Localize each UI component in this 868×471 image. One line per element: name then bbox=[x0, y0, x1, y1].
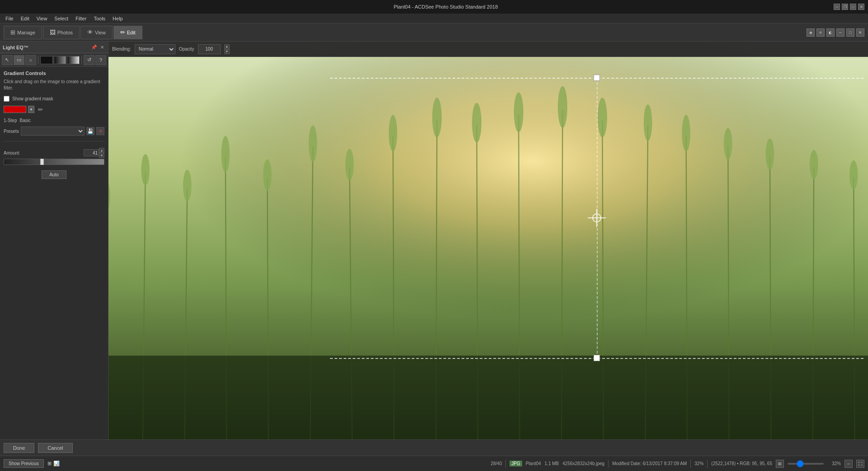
amount-row: Amount ▲ ▼ bbox=[4, 146, 104, 167]
presets-select[interactable] bbox=[21, 127, 85, 136]
close-button[interactable]: ✕ bbox=[858, 4, 864, 10]
preset-save-button[interactable]: 💾 bbox=[86, 127, 94, 135]
svg-point-28 bbox=[345, 149, 354, 180]
panel-content: Gradient Controls Click and drag on the … bbox=[0, 67, 108, 439]
svg-point-36 bbox=[682, 115, 690, 151]
color-swatch-white[interactable] bbox=[67, 56, 80, 64]
color-swatch-dropdown[interactable]: ▼ bbox=[28, 106, 34, 113]
panel-close-button[interactable]: ✕ bbox=[99, 44, 105, 51]
opacity-down-arrow[interactable]: ▼ bbox=[224, 49, 230, 54]
zoom-value-label: 32% bbox=[827, 461, 841, 466]
opacity-input[interactable] bbox=[198, 44, 221, 54]
panel-titlebar: Light EQ™ 📌 ✕ bbox=[0, 42, 108, 53]
presets-label: Presets bbox=[4, 129, 19, 134]
panel-icon-2[interactable]: ≡ bbox=[816, 28, 825, 37]
zoom-slider[interactable] bbox=[788, 463, 824, 465]
color-swatch-gradient[interactable] bbox=[54, 56, 66, 64]
amount-up-arrow[interactable]: ▲ bbox=[99, 148, 104, 153]
menu-edit[interactable]: Edit bbox=[17, 15, 33, 22]
step-row: 1-Step Basic bbox=[4, 118, 104, 123]
zoom-fit-button[interactable]: ⊞ bbox=[776, 460, 784, 468]
menu-bar: File Edit View Select Filter Tools Help bbox=[0, 14, 868, 24]
fullscreen-button[interactable]: ⛶ bbox=[856, 460, 864, 468]
tab-view[interactable]: 👁 View bbox=[80, 26, 113, 39]
tab-manage-label: Manage bbox=[17, 30, 35, 35]
image-counter: 28/40 bbox=[491, 461, 502, 466]
tab-photos-label: Photos bbox=[57, 30, 73, 35]
restore-button[interactable]: ❐ bbox=[842, 4, 848, 10]
svg-point-32 bbox=[514, 92, 524, 132]
maximize-button[interactable]: □ bbox=[850, 4, 856, 10]
tool-arrow-button[interactable]: ↖ bbox=[2, 55, 13, 65]
show-gradient-mask-row: Show gradient mask bbox=[4, 96, 104, 102]
modified-date-label: Modified Date: 6/13/2017 8:37:09 AM bbox=[612, 461, 687, 466]
cancel-button[interactable]: Cancel bbox=[38, 443, 72, 453]
close-app-button[interactable]: ✕ bbox=[856, 28, 864, 37]
menu-view[interactable]: View bbox=[33, 15, 51, 22]
show-gradient-mask-label[interactable]: Show gradient mask bbox=[12, 96, 53, 101]
panel-icon-3[interactable]: ◐ bbox=[826, 28, 835, 37]
svg-point-26 bbox=[263, 160, 272, 191]
eyedropper-icon[interactable]: ✏ bbox=[36, 105, 44, 113]
step-label: 1-Step bbox=[4, 118, 17, 123]
gradient-color-swatch[interactable] bbox=[4, 106, 26, 113]
manage-icon: ⊞ bbox=[10, 29, 15, 36]
canvas-area[interactable]: Blending: Normal Multiply Screen Overlay… bbox=[108, 42, 868, 439]
svg-point-25 bbox=[221, 136, 230, 172]
panel-pin-button[interactable]: 📌 bbox=[91, 44, 97, 51]
sep2 bbox=[608, 460, 609, 468]
toolbar-separator-2 bbox=[81, 56, 82, 64]
tool-help-button[interactable]: ? bbox=[95, 55, 106, 65]
action-bar: Done Cancel bbox=[0, 439, 868, 456]
sep3 bbox=[690, 460, 691, 468]
tab-view-label: View bbox=[95, 30, 106, 35]
toolbar-separator bbox=[38, 56, 38, 64]
photo-canvas[interactable] bbox=[108, 42, 868, 439]
svg-point-35 bbox=[644, 104, 652, 141]
amount-slider-track[interactable] bbox=[4, 159, 104, 165]
zoom-arrows-button[interactable]: ↔ bbox=[844, 460, 853, 468]
svg-point-30 bbox=[432, 98, 442, 137]
blend-mode-select[interactable]: Normal Multiply Screen Overlay Soft Ligh… bbox=[135, 44, 175, 54]
tool-reset-button[interactable]: ↺ bbox=[84, 55, 94, 65]
minimize-button[interactable]: ─ bbox=[834, 4, 840, 10]
left-panel: Light EQ™ 📌 ✕ ↖ ▭ ○ ↺ ? Gradient Control… bbox=[0, 42, 108, 439]
title-bar: Plant04 - ACDSee Photo Studio Standard 2… bbox=[0, 0, 868, 14]
done-button[interactable]: Done bbox=[4, 443, 34, 453]
auto-button[interactable]: Auto bbox=[42, 170, 66, 179]
file-format-badge: JPG bbox=[509, 461, 522, 466]
menu-select[interactable]: Select bbox=[51, 15, 72, 22]
status-bar: Show Previous ⊞ 📊 28/40 JPG Plant04 1.1 … bbox=[0, 456, 868, 471]
menu-file[interactable]: File bbox=[2, 15, 17, 22]
opacity-up-arrow[interactable]: ▲ bbox=[224, 44, 230, 49]
tab-edit-label: Edit bbox=[127, 30, 136, 35]
tab-manage[interactable]: ⊞ Manage bbox=[4, 26, 42, 39]
svg-rect-42 bbox=[108, 356, 868, 439]
show-gradient-mask-checkbox[interactable] bbox=[4, 96, 9, 102]
maximize-app-button[interactable]: □ bbox=[846, 28, 854, 37]
wheat-field-image bbox=[108, 42, 868, 439]
compare-icon: ⊞ bbox=[47, 461, 52, 466]
amount-down-arrow[interactable]: ▼ bbox=[99, 153, 104, 158]
tool-gradient-radial-button[interactable]: ○ bbox=[25, 55, 36, 65]
tool-gradient-linear-button[interactable]: ▭ bbox=[14, 55, 24, 65]
amount-value-input[interactable] bbox=[84, 149, 99, 156]
coordinates-label: (2522,1478) • RGB: 95, 95, 65 bbox=[711, 461, 772, 466]
tab-edit[interactable]: ✏ Edit bbox=[113, 26, 142, 39]
edit-icon: ✏ bbox=[120, 29, 125, 36]
preset-delete-button[interactable]: ✕ bbox=[96, 127, 104, 135]
amount-slider-thumb[interactable] bbox=[40, 159, 44, 165]
panel-toolbar: ↖ ▭ ○ ↺ ? bbox=[0, 53, 108, 67]
dimensions-label: 4256x2832x24b.jpeg bbox=[562, 461, 604, 466]
minimize-app-button[interactable]: ─ bbox=[836, 28, 844, 37]
svg-point-39 bbox=[810, 150, 818, 179]
menu-tools[interactable]: Tools bbox=[90, 15, 109, 22]
chart-icon: 📊 bbox=[53, 461, 60, 466]
menu-filter[interactable]: Filter bbox=[72, 15, 90, 22]
menu-help[interactable]: Help bbox=[109, 15, 127, 22]
panel-icon-1[interactable]: ◈ bbox=[807, 28, 815, 37]
tab-photos[interactable]: 🖼 Photos bbox=[43, 26, 80, 39]
color-swatch-black[interactable] bbox=[40, 56, 53, 64]
show-previous-button[interactable]: Show Previous bbox=[4, 459, 44, 468]
window-title: Plant04 - ACDSee Photo Studio Standard 2… bbox=[58, 4, 834, 9]
